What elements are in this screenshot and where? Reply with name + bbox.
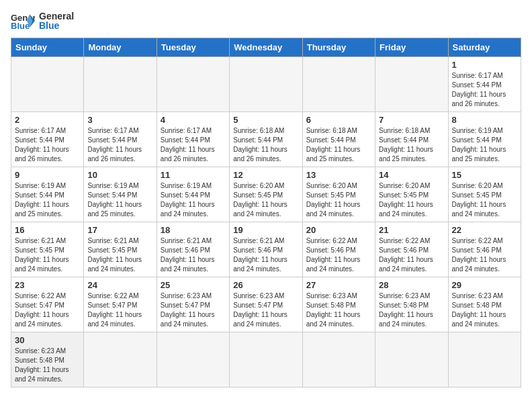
day-info: Sunrise: 6:17 AM Sunset: 5:44 PM Dayligh… (161, 126, 226, 164)
day-number: 25 (161, 280, 226, 290)
day-info: Sunrise: 6:22 AM Sunset: 5:46 PM Dayligh… (379, 236, 444, 274)
calendar-day-cell: 14Sunrise: 6:20 AM Sunset: 5:45 PM Dayli… (375, 167, 448, 222)
calendar-day-cell: 19Sunrise: 6:21 AM Sunset: 5:46 PM Dayli… (230, 222, 302, 277)
page-header: General Blue General Blue (11, 11, 521, 31)
day-number: 13 (306, 170, 371, 180)
weekday-header-thursday: Thursday (302, 38, 375, 57)
calendar-day-cell: 3Sunrise: 6:17 AM Sunset: 5:44 PM Daylig… (84, 112, 157, 167)
day-info: Sunrise: 6:20 AM Sunset: 5:45 PM Dayligh… (306, 181, 371, 219)
day-info: Sunrise: 6:22 AM Sunset: 5:47 PM Dayligh… (87, 291, 152, 329)
day-info: Sunrise: 6:20 AM Sunset: 5:45 PM Dayligh… (233, 181, 298, 219)
day-number: 15 (452, 170, 517, 180)
day-info: Sunrise: 6:19 AM Sunset: 5:44 PM Dayligh… (15, 181, 80, 219)
day-info: Sunrise: 6:19 AM Sunset: 5:44 PM Dayligh… (452, 126, 517, 164)
day-info: Sunrise: 6:23 AM Sunset: 5:47 PM Dayligh… (161, 291, 226, 329)
day-info: Sunrise: 6:23 AM Sunset: 5:48 PM Dayligh… (379, 291, 444, 329)
day-info: Sunrise: 6:18 AM Sunset: 5:44 PM Dayligh… (379, 126, 444, 164)
day-number: 7 (379, 115, 444, 125)
day-info: Sunrise: 6:23 AM Sunset: 5:48 PM Dayligh… (452, 291, 517, 329)
calendar-day-cell: 12Sunrise: 6:20 AM Sunset: 5:45 PM Dayli… (230, 167, 302, 222)
day-number: 8 (452, 115, 517, 125)
day-info: Sunrise: 6:22 AM Sunset: 5:46 PM Dayligh… (306, 236, 371, 274)
calendar-day-cell (375, 57, 448, 112)
day-info: Sunrise: 6:19 AM Sunset: 5:44 PM Dayligh… (161, 181, 226, 219)
calendar-day-cell: 9Sunrise: 6:19 AM Sunset: 5:44 PM Daylig… (11, 167, 84, 222)
day-number: 29 (452, 280, 517, 290)
logo: General Blue General Blue (11, 11, 74, 31)
day-number: 24 (87, 280, 152, 290)
calendar-day-cell (302, 332, 375, 387)
day-number: 21 (379, 225, 444, 235)
svg-text:Blue: Blue (11, 21, 30, 30)
day-info: Sunrise: 6:23 AM Sunset: 5:48 PM Dayligh… (15, 347, 80, 384)
day-number: 17 (87, 225, 152, 235)
day-number: 27 (306, 280, 371, 290)
calendar-day-cell (230, 57, 302, 112)
weekday-header-row: SundayMondayTuesdayWednesdayThursdayFrid… (11, 38, 521, 57)
calendar-day-cell: 5Sunrise: 6:18 AM Sunset: 5:44 PM Daylig… (230, 112, 302, 167)
calendar-week-row: 16Sunrise: 6:21 AM Sunset: 5:45 PM Dayli… (11, 222, 521, 277)
calendar-day-cell (302, 57, 375, 112)
calendar-day-cell (84, 332, 157, 387)
day-info: Sunrise: 6:19 AM Sunset: 5:44 PM Dayligh… (87, 181, 152, 219)
calendar-day-cell (157, 332, 229, 387)
weekday-header-sunday: Sunday (11, 38, 84, 57)
calendar-day-cell (448, 332, 521, 387)
day-number: 2 (15, 115, 80, 125)
day-number: 12 (233, 170, 298, 180)
day-info: Sunrise: 6:23 AM Sunset: 5:48 PM Dayligh… (306, 291, 371, 329)
calendar-day-cell: 4Sunrise: 6:17 AM Sunset: 5:44 PM Daylig… (157, 112, 229, 167)
calendar-day-cell (157, 57, 229, 112)
day-info: Sunrise: 6:21 AM Sunset: 5:46 PM Dayligh… (233, 236, 298, 274)
calendar-day-cell (11, 57, 84, 112)
day-info: Sunrise: 6:17 AM Sunset: 5:44 PM Dayligh… (87, 126, 152, 164)
day-number: 23 (15, 280, 80, 290)
day-number: 10 (87, 170, 152, 180)
day-number: 22 (452, 225, 517, 235)
day-info: Sunrise: 6:23 AM Sunset: 5:47 PM Dayligh… (233, 291, 298, 329)
calendar-day-cell: 24Sunrise: 6:22 AM Sunset: 5:47 PM Dayli… (84, 277, 157, 332)
day-number: 11 (161, 170, 226, 180)
calendar-day-cell: 29Sunrise: 6:23 AM Sunset: 5:48 PM Dayli… (448, 277, 521, 332)
day-number: 4 (161, 115, 226, 125)
day-info: Sunrise: 6:18 AM Sunset: 5:44 PM Dayligh… (233, 126, 298, 164)
day-info: Sunrise: 6:22 AM Sunset: 5:46 PM Dayligh… (452, 236, 517, 274)
weekday-header-tuesday: Tuesday (157, 38, 229, 57)
calendar-week-row: 1Sunrise: 6:17 AM Sunset: 5:44 PM Daylig… (11, 57, 521, 112)
calendar-day-cell (375, 332, 448, 387)
calendar-day-cell: 13Sunrise: 6:20 AM Sunset: 5:45 PM Dayli… (302, 167, 375, 222)
day-number: 16 (15, 225, 80, 235)
calendar-day-cell: 10Sunrise: 6:19 AM Sunset: 5:44 PM Dayli… (84, 167, 157, 222)
day-info: Sunrise: 6:21 AM Sunset: 5:46 PM Dayligh… (161, 236, 226, 274)
day-number: 5 (233, 115, 298, 125)
calendar-day-cell: 28Sunrise: 6:23 AM Sunset: 5:48 PM Dayli… (375, 277, 448, 332)
calendar-day-cell: 18Sunrise: 6:21 AM Sunset: 5:46 PM Dayli… (157, 222, 229, 277)
calendar-day-cell: 8Sunrise: 6:19 AM Sunset: 5:44 PM Daylig… (448, 112, 521, 167)
calendar-week-row: 23Sunrise: 6:22 AM Sunset: 5:47 PM Dayli… (11, 277, 521, 332)
calendar-day-cell (230, 332, 302, 387)
calendar-day-cell: 16Sunrise: 6:21 AM Sunset: 5:45 PM Dayli… (11, 222, 84, 277)
day-number: 14 (379, 170, 444, 180)
calendar-day-cell (84, 57, 157, 112)
day-number: 3 (87, 115, 152, 125)
day-info: Sunrise: 6:22 AM Sunset: 5:47 PM Dayligh… (15, 291, 80, 329)
day-number: 9 (15, 170, 80, 180)
day-number: 20 (306, 225, 371, 235)
calendar-day-cell: 15Sunrise: 6:20 AM Sunset: 5:45 PM Dayli… (448, 167, 521, 222)
day-info: Sunrise: 6:21 AM Sunset: 5:45 PM Dayligh… (87, 236, 152, 274)
calendar-week-row: 30Sunrise: 6:23 AM Sunset: 5:48 PM Dayli… (11, 332, 521, 387)
day-info: Sunrise: 6:20 AM Sunset: 5:45 PM Dayligh… (379, 181, 444, 219)
day-number: 30 (15, 335, 80, 345)
calendar-day-cell: 30Sunrise: 6:23 AM Sunset: 5:48 PM Dayli… (11, 332, 84, 387)
logo-blue-text: Blue (39, 20, 74, 31)
day-info: Sunrise: 6:18 AM Sunset: 5:44 PM Dayligh… (306, 126, 371, 164)
weekday-header-friday: Friday (375, 38, 448, 57)
calendar-day-cell: 11Sunrise: 6:19 AM Sunset: 5:44 PM Dayli… (157, 167, 229, 222)
weekday-header-wednesday: Wednesday (230, 38, 302, 57)
day-number: 28 (379, 280, 444, 290)
day-info: Sunrise: 6:17 AM Sunset: 5:44 PM Dayligh… (452, 71, 517, 109)
day-info: Sunrise: 6:17 AM Sunset: 5:44 PM Dayligh… (15, 126, 80, 164)
calendar-day-cell: 7Sunrise: 6:18 AM Sunset: 5:44 PM Daylig… (375, 112, 448, 167)
calendar-day-cell: 26Sunrise: 6:23 AM Sunset: 5:47 PM Dayli… (230, 277, 302, 332)
calendar-day-cell: 17Sunrise: 6:21 AM Sunset: 5:45 PM Dayli… (84, 222, 157, 277)
